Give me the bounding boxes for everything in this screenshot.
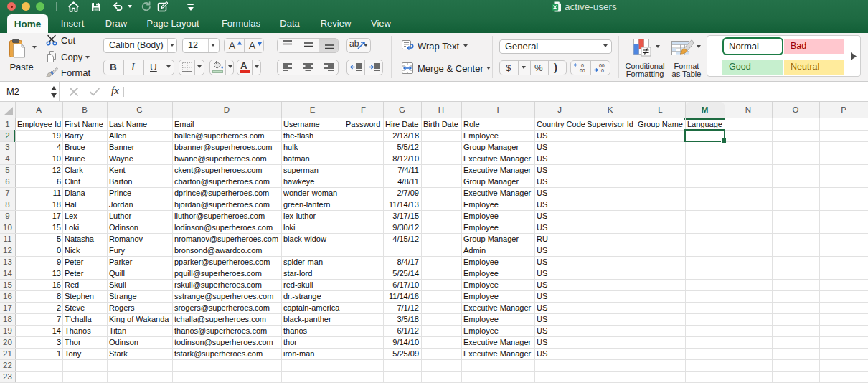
svg-text:.00: .00 [578,68,585,73]
svg-text:.00: .00 [598,63,605,68]
svg-text:.0: .0 [580,63,584,68]
svg-text:.0: .0 [600,68,604,73]
